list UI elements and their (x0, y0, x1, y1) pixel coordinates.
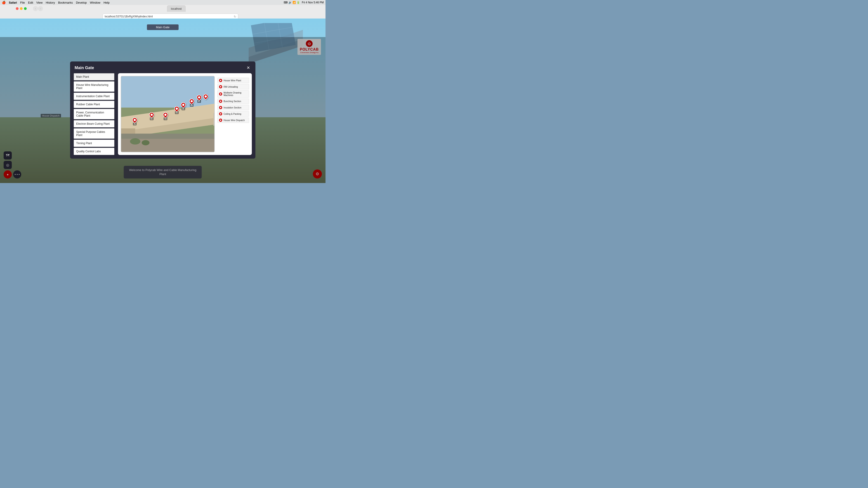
legend-multiwire-label: Multiwire Drawing Machines (223, 92, 248, 96)
reload-icon[interactable]: ↻ (234, 15, 236, 18)
legend-bunching[interactable]: Bunching Section (217, 98, 249, 104)
legend-dot-icon (219, 119, 222, 122)
legend-coiling-label: Coiling & Packing (223, 113, 241, 115)
menu-history[interactable]: History (46, 1, 55, 4)
modal-title: Main Gate (74, 66, 94, 70)
svg-point-17 (142, 140, 150, 145)
legend-dispatch-label: House Wire Dispatch (223, 119, 245, 122)
sidebar-item-power-comm[interactable]: Power, Communication Cable Plant (74, 109, 114, 119)
window-close-btn[interactable] (16, 7, 19, 10)
sidebar-item-rubber-cable[interactable]: Rubber Cable Plant (74, 101, 114, 108)
browser-tab-bar: ‹ › localhost (0, 5, 326, 12)
window-controls (16, 7, 27, 10)
map-pin-06[interactable]: 06 (189, 99, 194, 107)
legend-dot-icon (219, 106, 222, 109)
modal-header: Main Gate ✕ (70, 61, 255, 73)
legend-insulation-label: Insulation Section (223, 106, 241, 109)
sidebar-item-house-wire[interactable]: House Wire Manufacturing Plant (74, 81, 114, 92)
legend-multiwire[interactable]: Multiwire Drawing Machines (217, 90, 249, 98)
legend-dot-icon (219, 92, 222, 96)
map-pin-03[interactable]: 03 (163, 112, 168, 120)
menu-help[interactable]: Help (103, 1, 110, 4)
browser-tab[interactable]: localhost (167, 5, 185, 12)
sidebar-item-tinning[interactable]: Tinning Plant (74, 140, 114, 147)
sidebar-item-quality-control[interactable]: Quality Control Labs (74, 148, 114, 155)
menu-develop[interactable]: Develop (76, 1, 87, 4)
tab-label: localhost (171, 7, 182, 10)
menu-bookmarks[interactable]: Bookmarks (58, 1, 73, 4)
map-pin-07[interactable]: 07 (197, 95, 202, 103)
nav-back-btn[interactable]: ‹ (33, 6, 38, 11)
menu-edit[interactable]: Edit (28, 1, 33, 4)
legend-dot-icon (219, 112, 222, 116)
main-gate-scene-label: Main Gate (147, 24, 179, 30)
svg-point-16 (130, 138, 141, 144)
svg-rect-12 (121, 133, 214, 139)
window-minimize-btn[interactable] (20, 7, 23, 10)
main-gate-modal: Main Gate ✕ Main Plant House Wire Manufa… (70, 61, 255, 159)
scene-background: ⏻ POLYCAB Connection Zindagi Ka Main Gat… (0, 19, 326, 183)
menu-view[interactable]: View (36, 1, 43, 4)
legend-bunching-label: Bunching Section (223, 100, 241, 103)
legend-coiling-packing[interactable]: Coiling & Packing (217, 111, 249, 117)
legend-dot-icon (219, 100, 222, 103)
svg-rect-14 (213, 113, 214, 126)
modal-overlay: Main Gate ✕ Main Plant House Wire Manufa… (0, 37, 326, 183)
window-maximize-btn[interactable] (24, 7, 27, 10)
apple-menu[interactable]: 🍎 (2, 1, 6, 4)
sidebar-item-electron-beam[interactable]: Electron Beam Curing Plant (74, 120, 114, 127)
url-text: localhost:53701/1BxRgXWhylindex.html (105, 15, 153, 18)
legend-rm-unloading[interactable]: RM Unloading (217, 84, 249, 90)
sidebar-item-special-purpose[interactable]: Special Purpose Cables Plant (74, 128, 114, 139)
map-pin-01[interactable]: 01 (132, 118, 137, 125)
system-icons: ⌨ 🔊 📶 🔋 (284, 1, 300, 4)
legend-rm-label: RM Unloading (223, 86, 238, 88)
menu-bar-right: ⌨ 🔊 📶 🔋 Fri 4 Nov 5:46 PM (284, 1, 324, 4)
nav-forward-btn[interactable]: › (38, 6, 43, 11)
legend-house-wire-plant[interactable]: House Wire Plant (217, 78, 249, 83)
menu-window[interactable]: Window (90, 1, 100, 4)
map-pin-05[interactable]: 05 (181, 102, 186, 110)
map-pin-04[interactable]: 04 (174, 106, 179, 114)
legend-dot-icon (219, 79, 222, 82)
sidebar-item-instrumentation[interactable]: Instrumentation Cable Plant (74, 93, 114, 100)
map-image-container: 01 02 (121, 76, 215, 152)
menu-safari[interactable]: Safari (9, 1, 17, 4)
modal-close-btn[interactable]: ✕ (246, 65, 251, 70)
modal-sidebar: Main Plant House Wire Manufacturing Plan… (74, 73, 114, 155)
legend-house-wire-label: House Wire Plant (223, 79, 241, 82)
map-pin-02[interactable]: 02 (149, 112, 154, 120)
menu-file[interactable]: File (20, 1, 25, 4)
modal-body: Main Plant House Wire Manufacturing Plan… (70, 73, 255, 159)
menu-bar: 🍎 Safari File Edit View History Bookmark… (0, 0, 326, 5)
map-legend: House Wire Plant RM Unloading (217, 76, 249, 152)
legend-dot-icon (219, 85, 222, 88)
datetime: Fri 4 Nov 5:46 PM (302, 1, 324, 4)
legend-house-dispatch[interactable]: House Wire Dispatch (217, 118, 249, 123)
modal-map-panel: 01 02 (118, 73, 252, 155)
sidebar-item-main-plant[interactable]: Main Plant (74, 73, 114, 80)
map-pin-08[interactable] (203, 94, 208, 99)
legend-insulation[interactable]: Insulation Section (217, 105, 249, 110)
menu-bar-left: 🍎 Safari File Edit View History Bookmark… (2, 1, 110, 4)
aerial-map: 01 02 (121, 76, 214, 152)
